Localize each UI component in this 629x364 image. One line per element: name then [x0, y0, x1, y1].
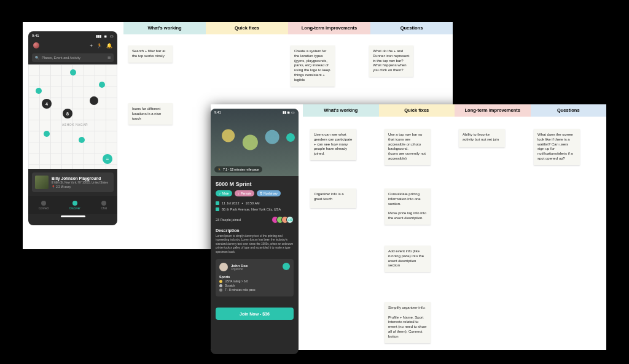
organizer-role: Organizer: [231, 268, 248, 271]
sticky-note[interactable]: Users can see what genders can participa…: [310, 129, 356, 160]
sticky-note[interactable]: What does the screen look like if there …: [534, 129, 580, 165]
map-pin[interactable]: [44, 131, 50, 137]
status-time: 9:41: [32, 34, 39, 37]
map-area-label: ASHOK NAGAR: [62, 123, 88, 126]
organizer-sport-line: Scratch: [219, 284, 290, 287]
chip-female: ♀Female: [235, 190, 254, 196]
joined-row: 23 People joined +19: [216, 216, 294, 223]
joined-count: 23 People joined: [216, 218, 241, 222]
location-thumbnail: [35, 176, 49, 189]
pace-chip: 🏃 7.1 - 12 minutes mile pace: [214, 166, 262, 172]
col-header-quickfix: Quick fixes: [379, 104, 455, 117]
nav-connect[interactable]: Connect: [39, 201, 49, 210]
organizer-sport-line: USTA rating > 6.0: [219, 280, 290, 283]
runner-icon[interactable]: 🏃: [96, 43, 103, 48]
sticky-note[interactable]: Simplify organizer info: Profile + Name,…: [385, 302, 431, 343]
organizer-name: John Doe: [231, 264, 248, 268]
status-icons: ▮▮ ◉ ▭: [283, 110, 295, 114]
sticky-note[interactable]: What do the + and Runner icon represent …: [369, 45, 413, 77]
map-fab-button[interactable]: ≡: [103, 154, 112, 164]
event-hero-image: 9:41 ▮▮ ◉ ▭ 🏃 7.1 - 12 minutes mile pace: [211, 109, 299, 176]
chip-male: ♂Male: [216, 190, 232, 196]
sticky-note[interactable]: Add event info (like running pace) into …: [385, 246, 431, 272]
sticky-note[interactable]: Use a top nav bar so that icons are acce…: [385, 129, 431, 165]
chip-nonbinary: ⚧Nonbinary: [257, 190, 281, 196]
organizer-avatar: [219, 263, 228, 271]
add-icon[interactable]: +: [90, 43, 93, 48]
phone-mock-event: 9:41 ▮▮ ◉ ▭ 🏃 7.1 - 12 minutes mile pace…: [211, 109, 299, 354]
home-indicator: [61, 215, 85, 217]
event-location: 86 th Park Avenue, New York City, USA: [216, 207, 294, 211]
map-pin-cluster[interactable]: [90, 96, 98, 105]
location-title: Billy Johnson Playground: [52, 176, 108, 181]
status-bar: 9:41 ▮▮ ◉ ▭: [211, 110, 299, 114]
runner-icon: 🏃: [217, 168, 221, 171]
location-distance: 📍 2.3 Mi away: [52, 185, 108, 189]
profile-avatar[interactable]: [33, 42, 39, 48]
join-now-button[interactable]: Join Now - $36: [216, 308, 294, 320]
nav-discover[interactable]: Discover: [69, 201, 80, 210]
sticky-note[interactable]: Ability to favorite activity but not yet…: [459, 129, 505, 147]
board2-notes-area: Users can see what genders can participa…: [303, 117, 606, 350]
col-header-working: What's working: [123, 22, 206, 34]
location-card[interactable]: Billy Johnson Playground E 66th St, New …: [32, 172, 114, 192]
search-input[interactable]: 🔍 Places, Event and Activity ☰: [32, 53, 114, 62]
event-title: 5000 M Sprint: [216, 181, 294, 187]
col-header-questions: Questions: [370, 22, 453, 34]
organizer-sports-heading: Sports: [219, 275, 290, 279]
signal-icon: ▮▮▮: [96, 34, 101, 38]
col-header-working: What's working: [303, 104, 379, 117]
calendar-icon: [216, 201, 219, 205]
sticky-note[interactable]: Search + filter bar at the top works nic…: [128, 45, 173, 63]
map-pin[interactable]: [70, 69, 76, 76]
map-pin[interactable]: [99, 82, 105, 88]
favorite-icon[interactable]: [286, 133, 295, 142]
nav-chat[interactable]: Chat: [101, 201, 107, 210]
col-header-quickfix: Quick fixes: [206, 22, 288, 34]
battery-icon: ▭: [110, 34, 114, 38]
map-pin[interactable]: [36, 88, 42, 94]
avatar-more: +19: [286, 216, 294, 223]
bottom-nav: Connect Discover Chat: [28, 196, 117, 214]
map-pin-cluster[interactable]: 4: [42, 99, 52, 109]
map-view[interactable]: 4 8 ASHOK NAGAR ≡: [28, 64, 117, 169]
bell-icon[interactable]: 🔔: [106, 43, 112, 48]
event-datetime: 11 Jul 2022 • 10:50 AM: [216, 201, 294, 205]
status-icons: ▮▮▮ ◉ ▭: [94, 34, 114, 38]
top-icon-row: + 🏃 🔔: [28, 40, 117, 51]
gender-chips: ♂Male ♀Female ⚧Nonbinary: [216, 190, 294, 196]
col-header-longterm: Long-term improvements: [288, 22, 370, 34]
organizer-sport-line: 7 - 8 minutes mile pace: [219, 288, 290, 292]
col-header-questions: Questions: [531, 104, 607, 117]
sticky-note[interactable]: Organizer info is a great touch: [310, 188, 356, 208]
status-bar: 9:41 ▮▮▮ ◉ ▭: [28, 31, 117, 40]
filter-icon[interactable]: ☰: [107, 56, 111, 60]
search-placeholder: Places, Event and Activity: [42, 56, 80, 60]
map-pin-cluster[interactable]: 8: [63, 109, 72, 118]
map-pin[interactable]: [79, 137, 85, 143]
search-icon: 🔍: [35, 56, 39, 60]
description-heading: Description: [216, 228, 294, 233]
wifi-icon: ◉: [104, 34, 107, 38]
message-organizer-icon[interactable]: [283, 263, 290, 270]
board2-column-headers: What's working Quick fixes Long-term imp…: [303, 104, 606, 117]
sticky-note[interactable]: Icons for different locations is a nice …: [128, 103, 173, 125]
phone-mock-map: 9:41 ▮▮▮ ◉ ▭ + 🏃 🔔 🔍 Places, Event and A…: [28, 31, 117, 225]
col-header-longterm: Long-term improvements: [455, 104, 531, 117]
organizer-card[interactable]: John Doe Organizer Sports USTA rating > …: [216, 259, 294, 296]
board1-column-headers: What's working Quick fixes Long-term imp…: [123, 22, 453, 34]
joined-avatars[interactable]: +19: [274, 216, 294, 223]
location-icon: [216, 207, 219, 211]
sticky-note[interactable]: Create a system for the location types (…: [291, 45, 335, 87]
status-time: 9:41: [214, 110, 221, 114]
description-text: Lorem Ipsum is simply dummy text of the …: [216, 234, 294, 254]
sticky-note[interactable]: Consolidate pricing information into one…: [385, 188, 431, 225]
